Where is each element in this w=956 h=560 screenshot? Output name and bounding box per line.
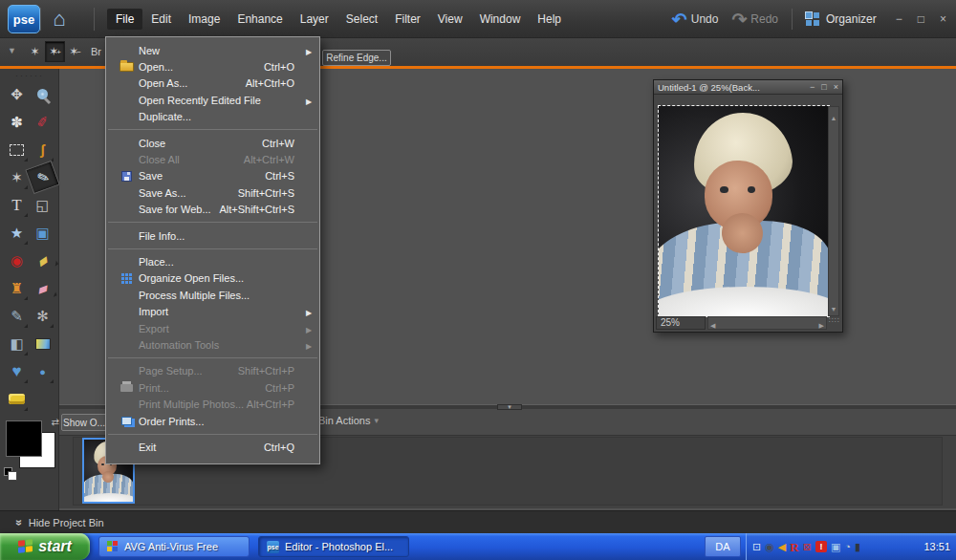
chevron-down-icon[interactable] [8, 46, 16, 55]
menu-item-order-prints[interactable]: Order Prints... [106, 413, 319, 429]
start-button[interactable]: start [0, 533, 90, 560]
show-open-files-dropdown[interactable]: Show O... [61, 414, 107, 431]
home-icon[interactable]: ⌂ [46, 6, 73, 32]
default-colors-icon[interactable] [4, 467, 12, 476]
network-offline-icon[interactable]: ⊠ [803, 542, 812, 552]
red-eye-removal-tool[interactable]: ◉ [4, 247, 30, 274]
magic-wand-tool[interactable]: ✶ [4, 163, 30, 191]
maximize-button[interactable] [918, 12, 924, 26]
task-label: Editor - Photoshop El... [285, 541, 393, 552]
language-indicator[interactable]: DA [705, 536, 741, 557]
scroll-left-icon[interactable] [710, 314, 715, 332]
volume-knob-icon[interactable]: ◉ [765, 542, 774, 552]
cookie-cutter-tool[interactable]: ★ [4, 219, 30, 247]
paint-bucket-tool[interactable]: ◧ [4, 330, 30, 357]
crop-tool[interactable]: ◱ [30, 191, 55, 219]
toolbox: ······ ✥ ✽ ✐ ʃ ✶ ✐ T ◱ ★ ▣ ◉ ▰ ♜ ▰ ✎ ✻ ◧… [0, 69, 59, 510]
organizer-button[interactable]: Organizer [806, 12, 877, 27]
close-button[interactable] [940, 12, 946, 26]
brush-tool[interactable]: ✎ [4, 302, 30, 330]
eraser-tool[interactable]: ▰ [26, 270, 59, 305]
alert-icon[interactable]: ! [815, 541, 827, 552]
vertical-scrollbar[interactable] [828, 106, 839, 316]
marquee-tool[interactable] [4, 136, 30, 163]
battery-icon[interactable]: ▮ [855, 542, 860, 552]
menu-select[interactable]: Select [337, 9, 386, 30]
lasso-tool[interactable]: ʃ [30, 136, 55, 163]
menu-filter[interactable]: Filter [386, 9, 429, 30]
menu-view[interactable]: View [429, 9, 471, 30]
menu-item-open[interactable]: Open...Ctrl+O [106, 58, 319, 75]
menu-item-import[interactable]: Import [106, 303, 319, 319]
swap-colors-icon[interactable] [52, 417, 59, 427]
display-icon[interactable]: ⊡ [752, 542, 761, 552]
gradient-tool[interactable] [30, 330, 55, 357]
undo-icon [672, 9, 687, 31]
zoom-tool[interactable] [30, 80, 55, 108]
eyedropper-tool[interactable]: ✐ [28, 106, 58, 138]
toolbox-grip[interactable]: ······ [0, 71, 59, 80]
menu-edit[interactable]: Edit [142, 9, 180, 30]
menu-file[interactable]: File [107, 9, 142, 30]
selection-brush-new-button[interactable]: ✶ [25, 41, 45, 62]
menu-item-process-multiple-files[interactable]: Process Multiple Files... [106, 287, 319, 303]
menu-item-organize-open-files[interactable]: Organize Open Files... [106, 270, 319, 287]
shape-tool[interactable]: ♥ [4, 357, 30, 385]
window-app-icon[interactable]: ▣ [831, 542, 840, 552]
horizontal-scrollbar[interactable] [707, 316, 827, 330]
redo-label: Redo [750, 12, 778, 26]
menu-item-new[interactable]: New [106, 42, 319, 58]
menu-window[interactable]: Window [471, 9, 530, 30]
bin-actions-dropdown[interactable]: Bin Actions [318, 415, 379, 426]
hide-project-bin-bar[interactable]: Hide Project Bin [0, 510, 956, 533]
foreground-color-swatch[interactable] [6, 420, 42, 457]
menu-enhance[interactable]: Enhance [228, 9, 291, 30]
menu-image[interactable]: Image [180, 9, 228, 30]
menu-separator [108, 222, 317, 223]
r-app-icon[interactable]: R [790, 541, 798, 553]
menu-item-exit[interactable]: ExitCtrl+Q [106, 439, 319, 455]
menu-item-file-info[interactable]: File Info... [106, 227, 319, 244]
image-close-button[interactable] [834, 82, 838, 92]
taskbar-item-avg[interactable]: AVG Anti-Virus Free [98, 536, 250, 557]
file-menu-dropdown: New Open...Ctrl+O Open As...Alt+Ctrl+O O… [105, 36, 320, 464]
scroll-right-icon[interactable] [819, 314, 824, 332]
undo-button[interactable]: Undo [672, 9, 719, 31]
menu-item-duplicate[interactable]: Duplicate... [106, 109, 319, 125]
minimize-button[interactable] [896, 12, 902, 26]
hand-tool[interactable]: ✽ [4, 108, 30, 136]
type-tool[interactable]: T [4, 191, 30, 219]
image-maximize-button[interactable] [821, 82, 826, 92]
zoom-level-field[interactable]: 25% [656, 316, 706, 330]
menu-item-close[interactable]: CloseCtrl+W [106, 135, 319, 151]
redo-button: Redo [731, 9, 778, 31]
taskbar-item-editor[interactable]: pse Editor - Photoshop El... [258, 536, 409, 557]
scroll-down-icon[interactable] [831, 298, 837, 315]
menu-item-open-recently-edited-file[interactable]: Open Recently Edited File [106, 92, 319, 108]
move-tool[interactable]: ✥ [4, 80, 30, 108]
sponge-tool[interactable] [4, 385, 30, 413]
menu-item-save-as[interactable]: Save As...Shift+Ctrl+S [106, 184, 319, 201]
audio-device-icon[interactable]: ◔ [844, 542, 851, 552]
menu-item-save[interactable]: SaveCtrl+S [106, 168, 319, 184]
blur-tool[interactable]: ● [30, 357, 55, 385]
menu-layer[interactable]: Layer [292, 9, 337, 30]
menu-item-save-for-web[interactable]: Save for Web...Alt+Shift+Ctrl+S [106, 202, 319, 218]
resize-grip[interactable] [829, 316, 840, 330]
image-minimize-button[interactable] [810, 82, 815, 92]
selection-brush-subtract-button[interactable]: ✶− [65, 41, 85, 62]
menu-help[interactable]: Help [529, 9, 570, 30]
clock[interactable]: 13:51 [923, 541, 950, 552]
scroll-up-icon[interactable] [831, 107, 837, 124]
splitter-handle[interactable] [497, 404, 522, 410]
menu-item-open-as[interactable]: Open As...Alt+Ctrl+O [106, 75, 319, 92]
selection-brush-add-button[interactable]: ✶+ [45, 41, 65, 62]
image-window-titlebar[interactable]: Untitled-1 @ 25%(Back... [654, 80, 842, 95]
refine-edge-button[interactable]: Refine Edge... [322, 50, 391, 66]
speaker-icon[interactable]: ◀ [778, 542, 786, 552]
divider [792, 9, 793, 30]
menu-item-place[interactable]: Place... [106, 253, 319, 269]
smart-brush-tool[interactable]: ✻ [30, 302, 55, 330]
quick-selection-tool[interactable]: ✐ [25, 161, 59, 194]
image-canvas-selection[interactable] [659, 106, 829, 316]
